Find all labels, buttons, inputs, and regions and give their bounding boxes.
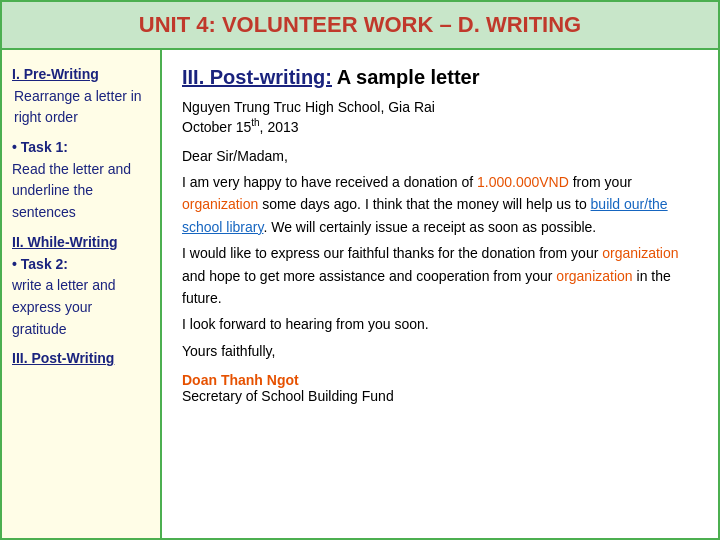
section-title-rest: A sample letter — [332, 66, 479, 88]
para1: I am very happy to have received a donat… — [182, 171, 698, 238]
sidebar-post-writing-section: III. Post-Writing — [12, 348, 150, 370]
main-content: III. Post-writing: A sample letter Nguye… — [162, 50, 718, 538]
page-title: UNIT 4: VOLUNTEER WORK – D. WRITING — [18, 12, 702, 38]
section-title-prefix: III. Post-writing: — [182, 66, 332, 88]
letter-body: Dear Sir/Madam, I am very happy to have … — [182, 145, 698, 363]
para2: I would like to express our faithful tha… — [182, 242, 698, 309]
header: UNIT 4: VOLUNTEER WORK – D. WRITING — [2, 2, 718, 50]
signer-role: Secretary of School Building Fund — [182, 388, 698, 404]
para4: Yours faithfully, — [182, 340, 698, 362]
para3: I look forward to hearing from you soon. — [182, 313, 698, 335]
sidebar-pre-writing-title: I. Pre-Writing — [12, 64, 150, 86]
date-line: October 15th, 2013 — [182, 117, 698, 135]
sidebar: I. Pre-Writing Rearrange a letter in rig… — [2, 50, 162, 538]
task1-text: Read the letter and underline the senten… — [12, 159, 150, 224]
page-container: UNIT 4: VOLUNTEER WORK – D. WRITING I. P… — [0, 0, 720, 540]
task2-bullet: • Task 2: — [12, 254, 150, 276]
pre-writing-label: I. Pre-Writing — [12, 66, 99, 82]
while-writing-title: II. While-Writing — [12, 232, 150, 254]
post-writing-title: III. Post-Writing — [12, 348, 150, 370]
sidebar-pre-writing-section: I. Pre-Writing Rearrange a letter in rig… — [12, 64, 150, 129]
pre-writing-sub: Rearrange a letter in right order — [14, 86, 150, 129]
salutation: Dear Sir/Madam, — [182, 145, 698, 167]
task2-text: write a letter and express your gratitud… — [12, 275, 150, 340]
signer-name: Doan Thanh Ngot — [182, 372, 698, 388]
signature: Doan Thanh Ngot Secretary of School Buil… — [182, 372, 698, 404]
school-name: Nguyen Trung Truc High School, Gia Rai — [182, 99, 698, 115]
content-area: I. Pre-Writing Rearrange a letter in rig… — [2, 50, 718, 538]
sidebar-task1-section: • Task 1: Read the letter and underline … — [12, 137, 150, 224]
task1-bullet: • Task 1: — [12, 137, 150, 159]
section-title: III. Post-writing: A sample letter — [182, 66, 698, 89]
sidebar-while-writing-section: II. While-Writing • Task 2: write a lett… — [12, 232, 150, 340]
